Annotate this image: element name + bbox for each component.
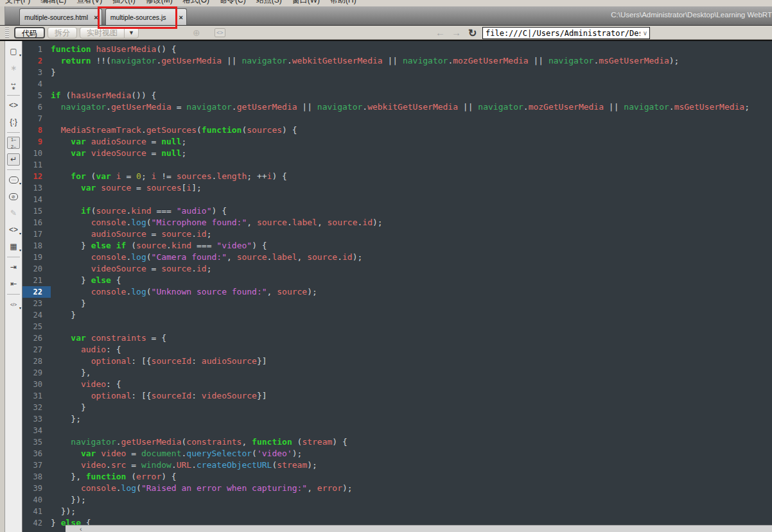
line-number[interactable]: 39 [22,483,51,494]
line-number[interactable]: 12 [22,171,51,182]
line-number[interactable]: 34 [22,425,51,436]
line-number[interactable]: 22 [22,286,51,298]
tab-close-icon[interactable]: × [94,13,98,21]
code-line[interactable]: 33 }; [22,413,772,425]
select-parent-tag-icon[interactable]: <> [7,99,20,112]
split-view-button[interactable]: 拆分 [48,27,77,39]
code-line[interactable]: 35 navigator.getUserMedia(constraints, f… [22,436,772,448]
code-line[interactable]: 27 audio: { [22,344,772,356]
code-line[interactable]: 30 video: { [22,379,772,390]
line-number[interactable]: 5 [22,90,51,101]
code-line[interactable]: 29 }, [22,367,772,379]
line-number[interactable]: 32 [22,402,51,413]
recent-snippets-icon[interactable]: <>▾ [7,224,20,236]
line-number[interactable]: 10 [22,148,51,159]
menu-item[interactable]: 命令(C) [220,0,246,6]
open-documents-icon[interactable]: ▢▾ [7,46,20,58]
line-number[interactable]: 38 [22,471,51,483]
line-number[interactable]: 6 [22,101,51,113]
refresh-icon[interactable]: ↻ [468,27,477,39]
address-bar[interactable]: file:///C|/Users/Administrator/Desktop ∨ [482,27,650,39]
line-number[interactable]: 14 [22,194,51,205]
code-line[interactable]: 2 return !!(navigator.getUserMedia || na… [22,55,772,67]
code-line[interactable]: 7 [22,113,772,124]
menu-item[interactable]: 编辑(E) [40,0,66,6]
code-line[interactable]: 9 var audioSource = null; [22,136,772,148]
code-line[interactable]: 37 video.src = window.URL.createObjectUR… [22,459,772,471]
line-number[interactable]: 23 [22,298,51,309]
wrap-tag-icon[interactable]: ✎ [7,207,20,219]
line-number[interactable]: 37 [22,459,51,471]
code-line[interactable]: 31 optional: [{sourceId: videoSource}] [22,390,772,402]
code-line[interactable]: 6 navigator.getUserMedia = navigator.get… [22,101,772,113]
line-number[interactable]: 33 [22,413,51,425]
code-line[interactable]: 12 for (var i = 0; i != sources.length; … [22,171,772,182]
word-wrap-icon[interactable]: ↵ [7,153,20,166]
apply-comment-icon[interactable]: ⋯▾ [7,174,20,186]
code-line[interactable]: 13 var source = sources[i]; [22,182,772,194]
address-dropdown-icon[interactable]: ∨ [640,30,647,37]
remove-comment-icon[interactable]: ⊘ [7,191,20,203]
horizontal-scrollbar[interactable]: ‹ [66,525,772,532]
code-view-button[interactable]: 代码 [14,27,45,39]
line-number[interactable]: 1 [22,44,51,55]
browser-back-icon[interactable]: ← [435,27,445,38]
balance-braces-icon[interactable]: {:} [7,116,20,128]
code-line[interactable]: 21 } else { [22,275,772,286]
code-line[interactable]: 36 var video = document.querySelector('v… [22,448,772,459]
menu-item[interactable]: 帮助(H) [330,0,356,6]
line-number[interactable]: 35 [22,436,51,448]
show-live-code-icon[interactable]: ∗ [7,62,20,74]
line-number[interactable]: 3 [22,67,51,78]
code-line[interactable]: 18 } else if (source.kind === "video") { [22,240,772,252]
code-line[interactable]: 5if (hasUserMedia()) { [22,90,772,101]
tab-multiple-sources.js[interactable]: multiple-sources.js× [105,8,187,25]
menu-item[interactable]: 格式(O) [183,0,209,6]
code-line[interactable]: 28 optional: [{sourceId: audioSource}] [22,356,772,367]
code-line[interactable]: 26 var constraints = { [22,332,772,344]
line-number[interactable]: 9 [22,136,51,148]
line-number[interactable]: 11 [22,159,51,171]
code-line[interactable]: 14 [22,194,772,205]
live-view-dropdown-icon[interactable]: ▼ [124,27,139,39]
line-number[interactable]: 29 [22,367,51,379]
code-line[interactable]: 41 }); [22,506,772,517]
line-number[interactable]: 15 [22,205,51,217]
code-line[interactable]: 34 [22,425,772,436]
menu-item[interactable]: 站点(S) [256,0,282,6]
code-navigator-icon[interactable]: <> [215,28,225,37]
line-numbers-icon[interactable]: 1– 2– [7,137,20,149]
menu-item[interactable]: 修改(M) [146,0,173,6]
line-number[interactable]: 27 [22,344,51,356]
line-number[interactable]: 19 [22,252,51,263]
live-view-button[interactable]: 实时视图 [80,27,125,39]
menu-item[interactable]: 查看(V) [76,0,102,6]
code-line[interactable]: 1function hasUserMedia() { [22,44,772,55]
line-number[interactable]: 4 [22,78,51,90]
code-line[interactable]: 25 [22,321,772,332]
line-number[interactable]: 24 [22,309,51,321]
line-number[interactable]: 28 [22,356,51,367]
format-source-code-icon[interactable]: </>▾ [7,298,20,311]
line-number[interactable]: 31 [22,390,51,402]
line-number[interactable]: 21 [22,275,51,286]
menu-item[interactable]: 窗口(W) [292,0,320,6]
indent-code-icon[interactable]: ⇥ [7,261,20,273]
code-line[interactable]: 11 [22,159,772,171]
collapse-full-tag-icon[interactable]: ↔∗ [7,79,20,91]
code-line[interactable]: 38 }, function (error) { [22,471,772,483]
code-line[interactable]: 17 audioSource = source.id; [22,228,772,240]
line-number[interactable]: 36 [22,448,51,459]
code-line[interactable]: 23 } [22,298,772,309]
tab-multiple-sources.html[interactable]: multiple-sources.html× [19,8,102,25]
toolbar-grip[interactable] [5,28,9,38]
line-number[interactable]: 2 [22,55,51,67]
browser-forward-icon[interactable]: → [452,27,461,38]
line-number[interactable]: 17 [22,228,51,240]
address-value[interactable]: file:///C|/Users/Administrator/Desktop [486,29,640,38]
inspect-crosshair-icon[interactable]: ⊕ [193,28,200,38]
tab-close-icon[interactable]: × [179,13,183,21]
line-number[interactable]: 20 [22,263,51,275]
code-line[interactable]: 22 console.log("Unknown source found:", … [22,286,772,298]
code-editor[interactable]: 1function hasUserMedia() {2 return !!(na… [22,41,772,532]
